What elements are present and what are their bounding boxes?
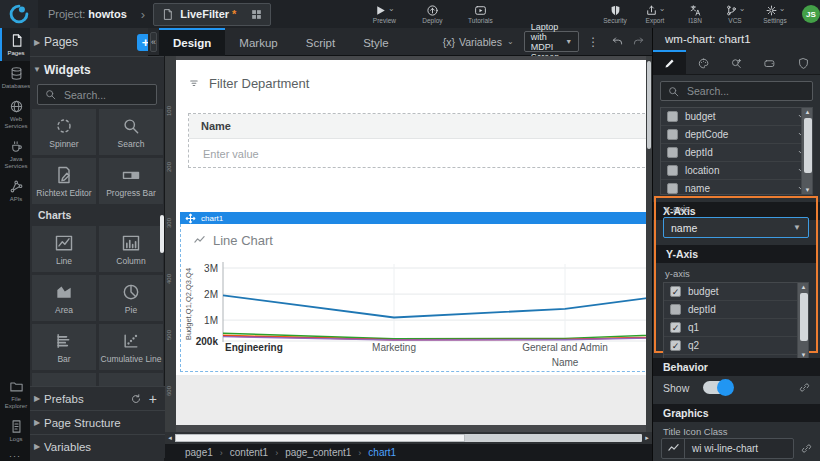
properties-tab-styles[interactable]: [686, 50, 719, 74]
rail-item-apis[interactable]: APIs: [0, 174, 30, 207]
widget-tile-progress-bar[interactable]: Progress Bar: [99, 158, 163, 204]
checkbox-row-location[interactable]: location: [661, 162, 812, 180]
device-selector[interactable]: Laptop with MDPI Screen ▼: [524, 31, 579, 52]
tab-style[interactable]: Style: [349, 28, 403, 56]
properties-tab-devices[interactable]: [753, 50, 786, 74]
panel-section-prefabs[interactable]: ▶Prefabs+: [30, 386, 165, 410]
hscroll-thumb[interactable]: [175, 434, 465, 442]
left-panel-scrollbar-thumb[interactable]: [160, 215, 164, 253]
add-prefab-button[interactable]: +: [149, 391, 157, 407]
panel-section-variables[interactable]: ▶Variables: [30, 434, 165, 458]
properties-search[interactable]: [660, 81, 813, 101]
chart-widget[interactable]: chart1 Line Chart 200k1M2M3MEngineeringM…: [180, 212, 652, 374]
checkbox-row-budget[interactable]: budget: [661, 108, 812, 126]
tab-markup[interactable]: Markup: [225, 28, 291, 56]
hscroll-track[interactable]: [175, 434, 642, 442]
widget-tile-pie[interactable]: Pie: [99, 275, 163, 321]
bind-icon[interactable]: [798, 381, 811, 394]
scroll-up-arrow[interactable]: ▲: [802, 109, 813, 115]
title-icon-class-input[interactable]: wi wi-line-chart: [661, 438, 794, 459]
breadcrumb-item-page_content1[interactable]: page_content1: [285, 447, 351, 458]
widget-search-input[interactable]: [62, 88, 150, 102]
topbar-action-preview[interactable]: ⌄Preview: [367, 4, 401, 24]
properties-search-input[interactable]: [685, 84, 806, 98]
checkbox-checked[interactable]: ✓: [670, 340, 681, 351]
widget-tile-bar[interactable]: Bar: [32, 324, 96, 370]
topbar-action-security[interactable]: Security: [598, 4, 632, 24]
widget-tile-richtext-editor[interactable]: Richtext Editor: [32, 158, 96, 204]
checkbox-row-name[interactable]: name: [661, 180, 812, 195]
line-chart-widget-body[interactable]: Line Chart 200k1M2M3MEngineeringMarketin…: [180, 224, 650, 372]
list-scrollbar[interactable]: ▲▼: [801, 108, 812, 194]
pages-section-row[interactable]: ▶ Pages +: [30, 28, 164, 57]
widget-tile-search[interactable]: Search: [99, 109, 163, 155]
checkbox-unchecked[interactable]: [667, 111, 678, 122]
collapse-panel-button[interactable]: «: [150, 32, 157, 52]
widget-search[interactable]: [37, 84, 157, 105]
checkbox-unchecked[interactable]: [670, 304, 681, 315]
checkbox-row-deptId[interactable]: deptId: [664, 301, 808, 319]
topbar-action-settings[interactable]: ⌄Settings: [758, 4, 792, 24]
properties-tab-events[interactable]: [720, 50, 753, 74]
x-axis-select[interactable]: name ▼: [663, 217, 809, 238]
list-scrollbar[interactable]: ▲▼: [797, 283, 808, 359]
tab-design[interactable]: Design: [159, 28, 225, 56]
topbar-action-vcs[interactable]: ⌄VCS: [718, 4, 752, 24]
breadcrumb-item-page1[interactable]: page1: [185, 447, 213, 458]
panel-section-page-structure[interactable]: ▶Page Structure: [30, 410, 165, 434]
rail-item-logs[interactable]: Logs: [0, 414, 30, 447]
scrollbar-thumb[interactable]: [804, 118, 812, 173]
canvas-horizontal-scrollbar[interactable]: ◂ ▸: [165, 432, 652, 444]
checkbox-row-q1[interactable]: ✓q1: [664, 319, 808, 337]
breadcrumb-item-content1[interactable]: content1: [230, 447, 268, 458]
widget-selection-bar[interactable]: chart1: [180, 212, 652, 224]
widget-tile-column[interactable]: Column: [99, 226, 163, 272]
topbar-action-export[interactable]: ⌄Export: [638, 4, 672, 24]
properties-tab-properties[interactable]: [653, 50, 686, 74]
checkbox-checked[interactable]: ✓: [670, 286, 681, 297]
checkbox-unchecked[interactable]: [667, 129, 678, 140]
topbar-action-i18n[interactable]: I18N: [678, 4, 712, 24]
name-filter-input[interactable]: [201, 147, 651, 161]
scrollbar-thumb[interactable]: [800, 293, 808, 341]
scroll-down-arrow[interactable]: ▼: [802, 187, 813, 193]
rail-item-file-explorer[interactable]: File Explorer: [0, 374, 30, 414]
live-filter-form[interactable]: Name: [188, 113, 652, 168]
widget-tile-cumulative-line[interactable]: Cumulative Line: [99, 324, 163, 370]
user-avatar[interactable]: JS: [802, 5, 820, 23]
topbar-action-deploy[interactable]: Deploy: [415, 4, 449, 24]
rail-overflow-button[interactable]: ···: [0, 451, 30, 461]
wavemaker-logo[interactable]: [0, 0, 38, 28]
properties-tab-security[interactable]: [787, 50, 820, 74]
show-toggle[interactable]: [703, 381, 733, 394]
move-icon[interactable]: [184, 212, 197, 225]
rail-item-databases[interactable]: Databases: [0, 61, 30, 94]
rail-item-java-services[interactable]: Java Services: [0, 134, 30, 174]
checkbox-unchecked[interactable]: [667, 165, 678, 176]
widgets-section-row[interactable]: ▼ Widgets: [30, 57, 164, 82]
graphics-section-header[interactable]: Graphics: [653, 404, 820, 422]
redo-button[interactable]: [632, 35, 645, 48]
variables-menu[interactable]: {x} Variables ⌄: [443, 36, 514, 48]
breadcrumb-item-chart1[interactable]: chart1: [368, 447, 396, 458]
widget-tile-area[interactable]: Area: [32, 275, 96, 321]
tab-script[interactable]: Script: [292, 28, 349, 56]
behavior-section-header[interactable]: Behavior: [653, 358, 820, 376]
checkbox-checked[interactable]: ✓: [670, 322, 681, 333]
checkbox-row-q2[interactable]: ✓q2: [664, 337, 808, 355]
topbar-action-tutorials[interactable]: Tutorials: [463, 4, 497, 24]
scroll-right-arrow[interactable]: ▸: [642, 434, 652, 442]
checkbox-unchecked[interactable]: [667, 147, 678, 158]
undo-button[interactable]: [611, 35, 624, 48]
bind-icon[interactable]: [800, 442, 813, 455]
checkbox-unchecked[interactable]: [667, 183, 678, 194]
more-options-button[interactable]: ⋮: [587, 35, 599, 49]
checkbox-row-deptId[interactable]: deptId: [661, 144, 812, 162]
page-tab-livefilter[interactable]: LiveFilter *: [153, 3, 271, 26]
widget-tile-spinner[interactable]: Spinner: [32, 109, 96, 155]
rail-item-pages[interactable]: Pages: [0, 28, 30, 61]
grid-icon[interactable]: [250, 8, 263, 21]
scroll-up-arrow[interactable]: ▲: [798, 284, 809, 290]
checkbox-row-budget[interactable]: ✓budget: [664, 283, 808, 301]
widget-tile-line[interactable]: Line: [32, 226, 96, 272]
